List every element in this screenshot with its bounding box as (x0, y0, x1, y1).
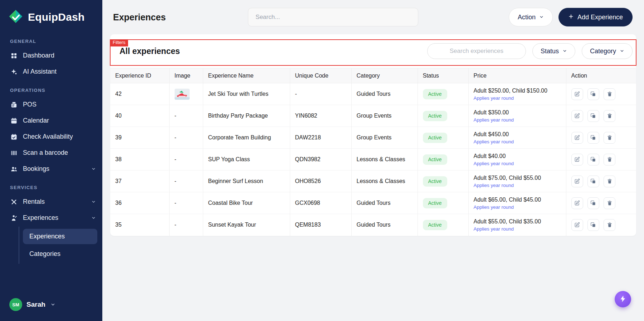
sidebar-item-rentals[interactable]: Rentals (0, 194, 102, 210)
price-cell: Adult $350.00 Applies year round (468, 105, 566, 127)
sidebar-subitem-experiences[interactable]: Experiences (23, 229, 97, 244)
category-cell: Lessons & Classes (351, 149, 418, 171)
price-note: Applies year round (474, 226, 561, 232)
category-cell: Lessons & Classes (351, 171, 418, 192)
edit-button[interactable] (571, 154, 583, 166)
category-filter-button[interactable]: Category (582, 43, 633, 59)
sidebar-item-ai-assistant[interactable]: AI Assistant (0, 64, 102, 80)
experience-name-cell: Sunset Kayak Tour (203, 214, 290, 236)
experiences-search-input[interactable] (427, 43, 526, 59)
app-window: EquipDash GENERAL Dashboard AI Assistant… (0, 0, 644, 321)
experience-id-cell: 40 (110, 105, 169, 127)
status-badge: Active (423, 154, 447, 165)
table-row: 38 - SUP Yoga Class QDN3982 Lessons & Cl… (110, 149, 636, 171)
experience-id-cell: 42 (110, 83, 169, 105)
copy-button[interactable] (587, 176, 599, 187)
delete-button[interactable] (604, 197, 615, 209)
sidebar-item-label: Dashboard (23, 52, 54, 59)
chevron-down-icon (91, 216, 96, 220)
unique-code-cell: GCX0698 (290, 192, 351, 214)
sidebar-subitem-categories[interactable]: Categories (23, 246, 97, 262)
image-placeholder-dash: - (175, 156, 176, 162)
image-placeholder-dash: - (175, 200, 176, 206)
action-dropdown-label: Action (518, 14, 536, 21)
price-note: Applies year round (474, 95, 561, 101)
category-cell: Group Events (351, 127, 418, 149)
brand-logo-icon (8, 9, 24, 26)
sidebar-item-pos[interactable]: POS (0, 97, 102, 113)
ai-assistant-fab-button[interactable] (615, 291, 631, 307)
status-cell: Active (418, 192, 468, 214)
delete-button[interactable] (604, 176, 615, 187)
global-search-input[interactable] (248, 8, 418, 26)
sidebar-item-label: POS (23, 101, 36, 108)
image-cell: - (169, 192, 203, 214)
copy-button[interactable] (587, 154, 599, 166)
table-row: 39 - Corporate Team Building DAW2218 Gro… (110, 127, 636, 149)
price-cell: Adult $450.00 Applies year round (468, 127, 566, 149)
section-label-services: SERVICES (0, 177, 102, 194)
ai-assistant-icon (10, 68, 18, 75)
delete-button[interactable] (604, 88, 615, 100)
copy-button[interactable] (587, 219, 599, 231)
sidebar-item-scan-barcode[interactable]: Scan a barcode (0, 145, 102, 161)
table-header: Experience ID Image Experience Name Uniq… (110, 68, 636, 83)
edit-button[interactable] (571, 88, 583, 100)
sidebar-item-bookings[interactable]: Bookings (0, 161, 102, 177)
sidebar-item-label: Scan a barcode (23, 149, 68, 157)
experience-id-cell: 35 (110, 214, 169, 236)
category-cell: Guided Tours (351, 214, 418, 236)
chevron-down-icon (91, 167, 96, 171)
sidebar-item-check-availability[interactable]: Check Availability (0, 129, 102, 145)
price-cell: Adult $55.00, Child $35.00 Applies year … (468, 214, 566, 236)
image-cell: - (169, 214, 203, 236)
experience-name-cell: Jet Ski Tour with Turtles (203, 83, 290, 105)
status-badge: Active (423, 198, 447, 208)
edit-button[interactable] (571, 197, 583, 209)
price-note: Applies year round (474, 117, 561, 123)
table-row: 36 - Coastal Bike Tour GCX0698 Guided To… (110, 192, 636, 214)
page-header: Experiences Action Add Experience (102, 0, 644, 34)
edit-button[interactable] (571, 176, 583, 187)
column-header-action: Action (566, 68, 636, 83)
column-header-price: Price (468, 68, 566, 83)
bookings-icon (10, 165, 18, 173)
experiences-subnav: Experiences Categories (19, 227, 97, 264)
copy-button[interactable] (587, 132, 599, 144)
delete-button[interactable] (604, 110, 615, 122)
category-cell: Group Events (351, 105, 418, 127)
status-cell: Active (418, 171, 468, 192)
status-badge: Active (423, 111, 447, 121)
sidebar: EquipDash GENERAL Dashboard AI Assistant… (0, 0, 102, 321)
copy-button[interactable] (587, 197, 599, 209)
experiences-table-body: 42 Jet Ski Tour with Turtles - Guided To… (110, 83, 636, 236)
user-menu[interactable]: SM Sarah (0, 291, 102, 321)
add-experience-button[interactable]: Add Experience (558, 8, 633, 26)
edit-button[interactable] (571, 132, 583, 144)
delete-button[interactable] (604, 154, 615, 166)
unique-code-cell: YIN6082 (290, 105, 351, 127)
sidebar-item-experiences[interactable]: Experiences (0, 210, 102, 226)
edit-button[interactable] (571, 110, 583, 122)
sidebar-item-dashboard[interactable]: Dashboard (0, 48, 102, 64)
table-row: 42 Jet Ski Tour with Turtles - Guided To… (110, 83, 636, 105)
copy-button[interactable] (587, 110, 599, 122)
action-dropdown-button[interactable]: Action (509, 8, 553, 26)
delete-button[interactable] (604, 219, 615, 231)
delete-button[interactable] (604, 132, 615, 144)
action-cell (566, 105, 636, 127)
header-actions: Action Add Experience (509, 8, 633, 26)
copy-button[interactable] (587, 88, 599, 100)
table-row: 40 - Birthday Party Package YIN6082 Grou… (110, 105, 636, 127)
sidebar-item-calendar[interactable]: Calendar (0, 113, 102, 129)
table-row: 37 - Beginner Surf Lesson OHO8526 Lesson… (110, 171, 636, 192)
edit-button[interactable] (571, 219, 583, 231)
unique-code-cell: QEM8183 (290, 214, 351, 236)
unique-code-cell: OHO8526 (290, 171, 351, 192)
status-filter-button[interactable]: Status (532, 43, 575, 59)
category-cell: Guided Tours (351, 192, 418, 214)
chevron-down-icon (562, 48, 567, 55)
status-badge: Active (423, 89, 447, 99)
lightning-bolt-icon (619, 295, 626, 303)
image-cell: - (169, 149, 203, 171)
